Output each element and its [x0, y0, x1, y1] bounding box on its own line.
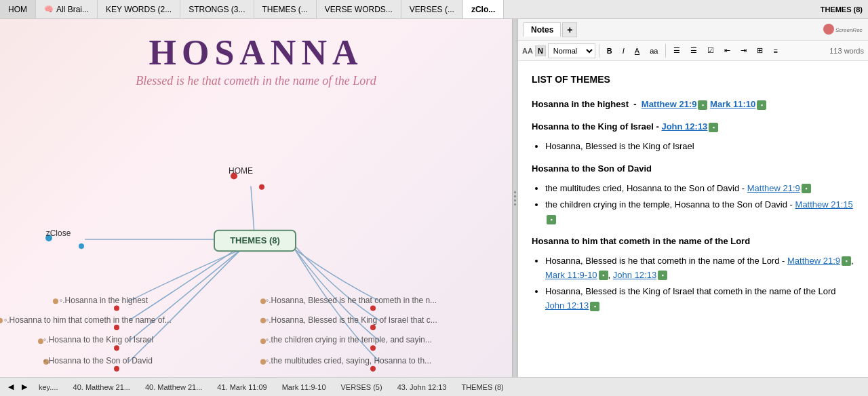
ref-matthew-21-9[interactable]: Matthew 21:9	[642, 99, 697, 109]
num-list-button[interactable]: ☰	[686, 43, 701, 58]
notes-toolbar: AA N Normal B I A aa ☰ ☰ ☑ ⇤ ⇥ ⊞ ≡ 113 w…	[518, 41, 868, 61]
notes-header: Notes + ScreenRecorder	[518, 19, 868, 41]
svg-point-14	[260, 298, 266, 304]
status-mark-11-09[interactable]: 41. Mark 11:09	[211, 382, 273, 393]
screen-recorder-logo: ScreenRecorder	[822, 22, 863, 37]
list-item-multitudes: the multitudes cried, Hosanna to the Son…	[545, 182, 854, 196]
brain-icon: 🧠	[44, 5, 54, 14]
notes-tab[interactable]: Notes	[524, 22, 561, 37]
play-button[interactable]: ▶	[19, 382, 30, 393]
status-key[interactable]: key....	[33, 382, 64, 393]
svg-point-16	[260, 318, 266, 323]
status-mark-11-9-10[interactable]: Mark 11:9-10	[276, 382, 332, 393]
svg-text:◦.Hosanna to the Son of David: ◦.Hosanna to the Son of David	[43, 356, 153, 365]
svg-point-17	[370, 325, 376, 330]
nav-verses[interactable]: VERSES (...	[401, 0, 463, 18]
splitter-dot	[514, 199, 516, 201]
status-verses-5[interactable]: VERSES (5)	[335, 382, 389, 393]
theme-hosanna-king: Hosanna to the King of Israel - John 12:…	[532, 120, 854, 134]
italic-button[interactable]: I	[618, 43, 629, 58]
svg-text:◦.Hosanna to the King of Israe: ◦.Hosanna to the King of Israel	[43, 335, 153, 344]
svg-point-20	[260, 359, 266, 365]
checklist-button[interactable]: ☑	[703, 43, 718, 58]
svg-point-3	[259, 184, 264, 190]
ref-mark-11-9-10[interactable]: Mark 11:9-10	[545, 270, 597, 280]
ref-icon: ▪	[698, 100, 707, 110]
ref-icon: ▪	[802, 184, 811, 193]
word-count: 113 words	[829, 47, 864, 55]
mindmap-subtitle: Blessed is he that cometh in the name of…	[0, 74, 512, 88]
active-theme-label: THEMES (8)	[821, 5, 868, 14]
svg-point-15	[370, 305, 376, 311]
splitter-dot	[514, 195, 516, 197]
ref-matthew-21-15[interactable]: Matthew 21:15	[795, 199, 853, 210]
svg-text:◦.the children crying in the t: ◦.the children crying in the temple, and…	[266, 335, 432, 344]
svg-text:◦.Hosanna in the highest: ◦.Hosanna in the highest	[60, 296, 149, 305]
notes-add-button[interactable]: +	[562, 22, 577, 37]
nav-allbrain[interactable]: 🧠 All Brai...	[36, 0, 98, 18]
indent-right-button[interactable]: ⇥	[736, 43, 751, 58]
svg-point-5	[79, 243, 84, 249]
status-themes-8[interactable]: THEMES (8)	[455, 382, 509, 393]
notes-panel: Notes + ScreenRecorder AA N Normal B I A	[517, 19, 868, 377]
svg-text:zClose: zClose	[46, 229, 71, 238]
nav-versewords[interactable]: VERSE WORDS...	[317, 0, 401, 18]
align-button[interactable]: ≡	[769, 43, 781, 58]
list-item: Hosanna, Blessed is the King of Israel	[545, 140, 854, 154]
nav-strongs[interactable]: STRONGS (3...	[180, 0, 254, 18]
splitter-dot	[514, 203, 516, 205]
style-dropdown[interactable]: Normal	[548, 43, 595, 58]
mindmap-panel: HOSANNA Blessed is he that cometh in the…	[0, 19, 512, 377]
notes-content: LIST OF THEMES Hosanna in the highest - …	[518, 61, 868, 377]
panel-splitter[interactable]	[512, 19, 517, 377]
playback-controls: ◀ ▶	[5, 382, 30, 393]
ref-icon: ▪	[842, 256, 851, 266]
ref-john-12-13[interactable]: John 12:13	[661, 121, 707, 132]
list-item-blessed-king: Hosanna, Blessed is the King of Israel t…	[545, 285, 854, 313]
indent-left-button[interactable]: ⇤	[720, 43, 734, 58]
font-size-button[interactable]: aa	[646, 43, 662, 58]
toolbar-divider2	[665, 44, 666, 58]
main-area: HOSANNA Blessed is he that cometh in the…	[0, 19, 868, 377]
toolbar-normal-btn[interactable]: N	[535, 45, 546, 56]
svg-point-8	[0, 318, 3, 323]
underline-button[interactable]: A	[631, 43, 644, 58]
svg-text:THEMES (8): THEMES (8)	[230, 235, 280, 245]
svg-text:◦.Hosanna, Blessed is the King: ◦.Hosanna, Blessed is the King of Israel…	[266, 315, 437, 325]
mindmap-main-title: HOSANNA	[0, 33, 512, 73]
svg-point-10	[38, 338, 43, 344]
ref-john-12-13-2[interactable]: John 12:13	[613, 270, 656, 280]
mindmap-title-area: HOSANNA Blessed is he that cometh in the…	[0, 19, 512, 88]
ref-matthew-21-9-2[interactable]: Matthew 21:9	[747, 183, 800, 193]
svg-line-0	[251, 186, 254, 234]
svg-text:ScreenRecorder: ScreenRecorder	[835, 27, 863, 33]
top-navigation: HOM 🧠 All Brai... KEY WORDS (2... STRONG…	[0, 0, 868, 19]
svg-point-34	[823, 24, 834, 35]
svg-text:◦.Hosanna, Blessed is he that : ◦.Hosanna, Blessed is he that cometh in …	[266, 296, 437, 305]
ref-john-12-13-3[interactable]: John 12:13	[545, 300, 589, 311]
svg-point-18	[260, 338, 266, 344]
ref-matthew-21-9-3[interactable]: Matthew 21:9	[787, 256, 840, 266]
svg-point-19	[370, 345, 376, 351]
splitter-dot	[514, 191, 516, 193]
svg-text:HOME: HOME	[229, 166, 253, 176]
nav-themes[interactable]: THEMES (...	[254, 0, 317, 18]
ref-icon: ▪	[599, 271, 608, 280]
toolbar-divider	[599, 44, 599, 58]
nav-home[interactable]: HOM	[0, 0, 36, 18]
bullet-list-button[interactable]: ☰	[669, 43, 684, 58]
ref-icon: ▪	[757, 100, 766, 110]
bold-button[interactable]: B	[603, 43, 616, 58]
nav-keywords[interactable]: KEY WORDS (2...	[98, 0, 180, 18]
list-item-blessed-cometh: Hosanna, Blessed is he that cometh in th…	[545, 254, 854, 283]
status-matthew-40-1[interactable]: 40. Matthew 21...	[67, 382, 136, 393]
previous-button[interactable]: ◀	[5, 382, 16, 393]
theme-hosanna-david: Hosanna to the Son of David	[532, 162, 854, 176]
ref-mark-11-10[interactable]: Mark 11:10	[710, 99, 755, 109]
svg-point-6	[53, 298, 58, 304]
status-john-12-13[interactable]: 43. John 12:13	[391, 382, 453, 393]
table-button[interactable]: ⊞	[753, 43, 767, 58]
nav-zclose[interactable]: zClo...	[463, 0, 504, 18]
status-matthew-40-2[interactable]: 40. Matthew 21...	[139, 382, 208, 393]
status-bar: ◀ ▶ key.... 40. Matthew 21... 40. Matthe…	[0, 377, 868, 396]
